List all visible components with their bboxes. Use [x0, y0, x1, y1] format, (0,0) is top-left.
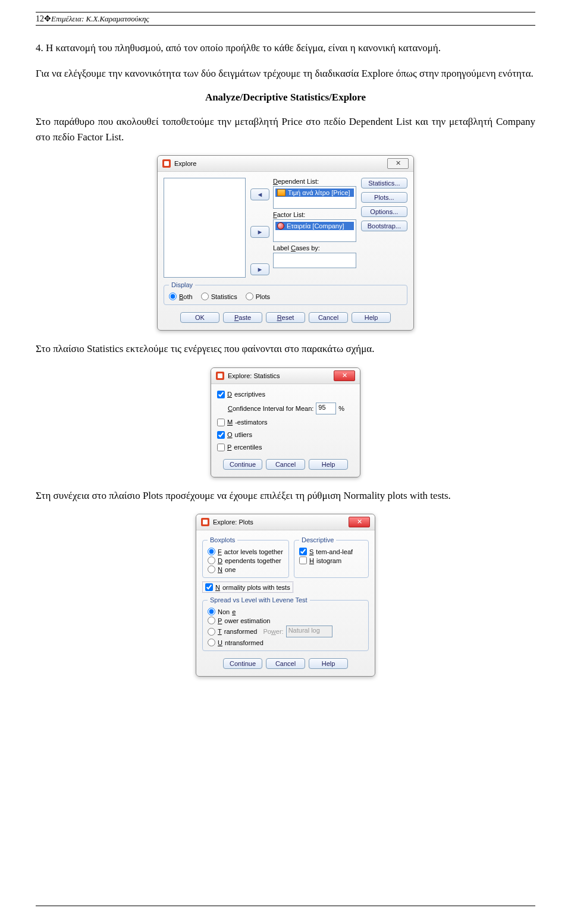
- options-button[interactable]: Options...: [361, 206, 407, 217]
- cancel-button[interactable]: Cancel: [266, 459, 305, 470]
- boxplots-dependents-radio[interactable]: Dependents together: [208, 556, 284, 565]
- boxplots-factor-radio[interactable]: Factor levels together: [208, 547, 284, 556]
- factor-list[interactable]: Εταιρεία [Company]: [273, 219, 356, 242]
- menu-path: Analyze/Decriptive Statistics/Explore: [36, 92, 535, 103]
- close-button[interactable]: ✕: [349, 517, 370, 527]
- pct-label: %: [338, 405, 344, 412]
- arrow-right-icon: ►: [257, 266, 263, 273]
- explore-titlebar: Explore ✕: [158, 156, 413, 172]
- cancel-button[interactable]: Cancel: [309, 312, 348, 323]
- explore-dialog: Explore ✕ ◄ ► ►: [157, 155, 414, 331]
- normality-plots-check[interactable]: Normality plots with tests: [202, 582, 293, 593]
- spread-none-radio[interactable]: None: [208, 607, 363, 616]
- plots-titlebar: Explore: Plots ✕: [196, 514, 375, 530]
- stem-and-leaf-check[interactable]: Stem-and-leaf: [299, 547, 363, 556]
- ok-button[interactable]: OK: [180, 312, 219, 323]
- continue-button[interactable]: Continue: [223, 459, 262, 470]
- move-to-dependent-button[interactable]: ◄: [250, 188, 269, 200]
- bootstrap-button[interactable]: Bootstrap...: [361, 221, 407, 231]
- histogram-check[interactable]: Histogram: [299, 556, 363, 565]
- spss-app-icon: [216, 372, 224, 380]
- spread-untransformed-radio[interactable]: Untransformed: [208, 638, 363, 647]
- continue-button[interactable]: Continue: [223, 658, 262, 669]
- dependent-list-item[interactable]: Τιμή ανά λίτρο [Price]: [275, 188, 354, 197]
- explore-title: Explore: [174, 160, 196, 167]
- paragraph-2: Για να ελέγξουμε την κανονικότητα των δύ…: [36, 66, 535, 81]
- explore-statistics-dialog: Explore: Statistics ✕ Descriptives Confi…: [211, 367, 360, 477]
- label-cases-label: Label Cases by:: [273, 244, 356, 252]
- stats-title: Explore: Statistics: [228, 372, 280, 379]
- help-button[interactable]: Help: [352, 312, 391, 323]
- close-button[interactable]: ✕: [387, 158, 409, 169]
- scale-variable-icon: [277, 189, 286, 196]
- paste-button[interactable]: Paste: [223, 312, 262, 323]
- close-icon: ✕: [396, 159, 401, 166]
- factor-list-item[interactable]: Εταιρεία [Company]: [275, 222, 354, 230]
- move-to-factor-button[interactable]: ►: [250, 226, 269, 238]
- spread-group: Spread vs Level with Levene Test None Po…: [202, 596, 369, 651]
- boxplots-legend: Boxplots: [208, 536, 237, 543]
- close-icon: ✕: [357, 518, 362, 525]
- dependent-list[interactable]: Τιμή ανά λίτρο [Price]: [273, 186, 356, 209]
- factor-var-label: Εταιρεία [Company]: [287, 222, 344, 230]
- close-button[interactable]: ✕: [334, 370, 355, 381]
- confidence-input[interactable]: 95: [316, 403, 336, 414]
- arrow-left-icon: ◄: [257, 191, 263, 198]
- display-plots-radio[interactable]: Plots: [246, 292, 270, 301]
- spss-app-icon: [162, 159, 171, 168]
- stats-titlebar: Explore: Statistics ✕: [211, 368, 360, 384]
- source-variable-list[interactable]: [164, 178, 246, 278]
- power-label: Power:: [263, 628, 283, 635]
- spss-app-icon: [201, 518, 209, 526]
- header-dagger: ✥: [44, 14, 51, 23]
- dependent-list-label: DDependent List:ependent List:: [273, 178, 356, 185]
- descriptive-group: Descriptive Stem-and-leaf Histogram: [294, 536, 369, 578]
- label-cases-list[interactable]: [273, 253, 356, 268]
- page-header: 12✥Επιμέλεια: Κ.Χ.Καραματσούκης: [36, 12, 535, 26]
- power-select: Natural log: [286, 626, 332, 637]
- explore-plots-dialog: Explore: Plots ✕ Boxplots Factor levels …: [196, 514, 375, 677]
- close-icon: ✕: [342, 372, 347, 379]
- move-to-label-button[interactable]: ►: [250, 263, 269, 275]
- boxplots-group: Boxplots Factor levels together Dependen…: [202, 536, 289, 578]
- paragraph-4: Στο πλαίσιο Statistics εκτελούμε τις ενέ…: [36, 341, 535, 357]
- nominal-variable-icon: [277, 222, 284, 230]
- display-legend: Display: [169, 281, 195, 288]
- spread-legend: Spread vs Level with Levene Test: [208, 596, 310, 604]
- spread-transformed-radio[interactable]: Transformed: [208, 628, 257, 636]
- outliers-check[interactable]: Outliers: [217, 430, 354, 439]
- cancel-button[interactable]: Cancel: [266, 658, 305, 669]
- descriptive-legend: Descriptive: [299, 536, 336, 543]
- spread-power-est-radio[interactable]: Power estimation: [208, 616, 363, 625]
- descriptives-check[interactable]: Descriptives: [217, 390, 354, 399]
- plots-title: Explore: Plots: [213, 518, 253, 526]
- help-button[interactable]: Help: [309, 459, 348, 470]
- percentiles-check[interactable]: Percentiles: [217, 443, 354, 452]
- display-both-radio[interactable]: Both: [169, 292, 193, 301]
- display-group: Display Both Statistics Plots: [164, 281, 407, 305]
- m-estimators-check[interactable]: M-estimators: [217, 418, 354, 427]
- paragraph-5: Στη συνέχεια στο πλαίσιο Plots προσέχουμ…: [36, 488, 535, 504]
- display-statistics-radio[interactable]: Statistics: [201, 292, 237, 301]
- factor-list-label: Factor List:: [273, 211, 356, 218]
- paragraph-3: Στο παράθυρο που ακολουθεί τοποθετούμε τ…: [36, 114, 535, 144]
- dependent-var-label: Τιμή ανά λίτρο [Price]: [288, 189, 350, 196]
- page-number: 12: [36, 14, 44, 23]
- statistics-button[interactable]: Statistics...: [361, 178, 407, 188]
- footer-rule: [36, 906, 535, 906]
- reset-button[interactable]: Reset: [266, 312, 305, 323]
- help-button[interactable]: Help: [309, 658, 348, 669]
- plots-button[interactable]: Plots...: [361, 192, 407, 203]
- boxplots-none-radio[interactable]: None: [208, 565, 284, 574]
- paragraph-1: 4. Η κατανομή του πληθυσμού, από τον οπο…: [36, 40, 535, 56]
- arrow-right-icon: ►: [257, 228, 263, 235]
- confidence-label: Confidence Interval for Mean:: [228, 405, 313, 412]
- header-credit: Επιμέλεια: Κ.Χ.Καραματσούκης: [51, 14, 149, 23]
